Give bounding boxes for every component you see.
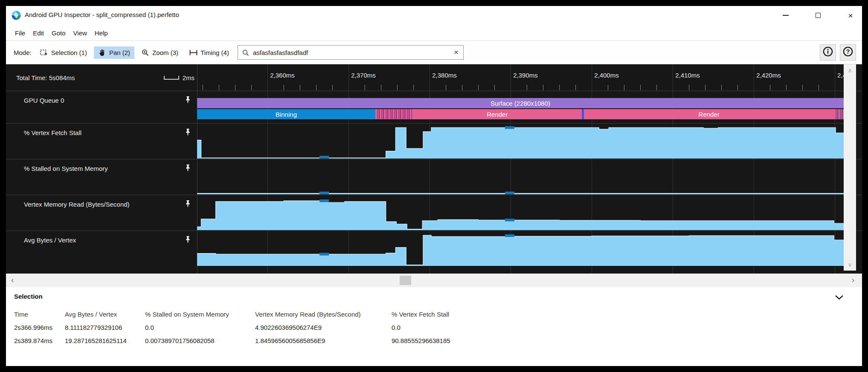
table-cell: 19.287165281625114 (65, 334, 145, 347)
slice-render[interactable]: Render (584, 109, 834, 119)
ruler-minor-tick (689, 85, 689, 90)
maximize-button[interactable] (811, 9, 825, 22)
mode-button-timing[interactable]: Timing (4) (185, 46, 233, 59)
ruler-tick-label: 2,390ms (513, 72, 538, 79)
table-cell: 2s366.996ms (14, 321, 65, 334)
timeline-ruler: Total Time: 5s084ms 2ms 2,360ms2,370ms2,… (6, 64, 862, 91)
mode-button-label: Timing (4) (200, 49, 229, 56)
pin-icon[interactable] (184, 164, 192, 172)
menu-item-edit[interactable]: Edit (29, 28, 48, 38)
horizontal-scrollbar[interactable]: ‹ › (6, 274, 862, 287)
total-time-label: Total Time: 5s084ms (16, 74, 75, 81)
selected-sample-marker[interactable] (505, 126, 514, 129)
ruler-minor-tick (802, 85, 803, 90)
mode-label: Mode: (14, 49, 32, 56)
track-vertex-memory-read-bytes-second: Vertex Memory Read (Bytes/Second) (6, 195, 862, 231)
track-name: GPU Queue 0 (24, 97, 64, 104)
ruler-ticks[interactable]: 2,360ms2,370ms2,380ms2,390ms2,400ms2,410… (197, 64, 844, 91)
ruler-minor-tick (819, 85, 819, 90)
counter-chart[interactable] (197, 231, 844, 266)
selected-sample-marker[interactable] (319, 192, 329, 194)
search-input[interactable] (252, 49, 450, 57)
zoom-icon (141, 49, 149, 56)
help-icon: ? (843, 46, 853, 58)
svg-text:?: ? (846, 49, 850, 55)
column-header: % Vertex Fetch Stall (392, 308, 520, 321)
vertex-memory-read-bytes-second-area-chart[interactable] (197, 196, 844, 230)
ruler-minor-tick (413, 85, 414, 90)
maximize-icon (816, 13, 821, 18)
ruler-tick-label: 2,400ms (594, 72, 619, 79)
counter-chart[interactable] (197, 195, 844, 231)
pin-icon[interactable] (184, 236, 192, 243)
track-label: Vertex Memory Read (Bytes/Second) (6, 195, 197, 231)
pin-icon[interactable] (184, 128, 192, 136)
ruler-tick-label: 2,370ms (351, 72, 376, 79)
scale-label: 2ms (183, 74, 195, 81)
scroll-down-icon[interactable]: ∨ (844, 261, 856, 268)
collapse-chevron-icon[interactable] (835, 294, 844, 302)
ruler-minor-tick (300, 85, 300, 90)
screenshot-frame: Android GPU Inspector - split_compressed… (0, 0, 868, 372)
search-clear-button[interactable]: × (453, 48, 459, 57)
scroll-right-icon[interactable]: › (852, 275, 854, 285)
track-name: % Vertex Fetch Stall (24, 129, 81, 136)
ruler-minor-tick (446, 85, 446, 90)
close-button[interactable]: × (843, 9, 858, 22)
slice-render[interactable]: Render (412, 109, 582, 119)
mode-button-pan[interactable]: Pan (2) (94, 46, 134, 59)
menu-item-help[interactable]: Help (91, 28, 112, 38)
table-cell: 0.007389701756082058 (145, 334, 255, 347)
slice-mixed[interactable] (834, 109, 844, 119)
surface-slice[interactable]: Surface (2280x1080) (197, 98, 844, 108)
menu-item-goto[interactable]: Goto (48, 28, 70, 38)
ruler-minor-tick (656, 85, 657, 90)
mode-button-zoom[interactable]: Zoom (3) (137, 46, 183, 59)
search-box[interactable]: × (238, 45, 464, 60)
track-label: GPU Queue 0 (6, 91, 197, 123)
slice-binning[interactable]: Binning (197, 109, 375, 119)
column-header: Avg Bytes / Vertex (65, 308, 145, 321)
avg-bytes-vertex-area-chart[interactable] (197, 232, 844, 266)
table-cell: 0.0 (145, 321, 255, 334)
mode-button-label: Selection (1) (51, 49, 87, 56)
info-button[interactable] (820, 44, 836, 61)
help-button[interactable]: ? (840, 44, 856, 61)
selected-sample-marker[interactable] (319, 253, 329, 255)
track-name: Vertex Memory Read (Bytes/Second) (24, 201, 130, 208)
menubar: FileEditGotoViewHelp (6, 26, 862, 40)
ruler-minor-tick (478, 85, 479, 90)
slice-row: BinningRenderRender (197, 109, 844, 119)
selected-sample-marker[interactable] (505, 219, 514, 221)
scroll-up-icon[interactable]: ∧ (844, 67, 856, 74)
scroll-left-icon[interactable]: ‹ (11, 275, 14, 285)
counter-chart[interactable] (197, 159, 844, 195)
vertex-fetch-stall-area-chart[interactable] (197, 125, 844, 159)
counter-chart[interactable] (197, 124, 844, 159)
minimize-button[interactable] (778, 9, 793, 22)
selected-sample-marker[interactable] (319, 199, 329, 202)
selected-sample-marker[interactable] (505, 192, 514, 194)
slice-mixed[interactable] (375, 109, 412, 119)
mode-button-selection[interactable]: Selection (1) (36, 46, 91, 59)
track-avg-bytes-vertex: Avg Bytes / Vertex (6, 231, 862, 266)
ruler-minor-tick (640, 85, 641, 90)
scrollbar-thumb[interactable] (400, 276, 411, 285)
track-name: Avg Bytes / Vertex (24, 236, 76, 244)
ruler-minor-tick (527, 85, 527, 90)
menu-item-view[interactable]: View (70, 28, 91, 38)
selected-sample-marker[interactable] (319, 156, 329, 159)
window-controls: × (778, 9, 858, 22)
menu-item-file[interactable]: File (11, 28, 29, 38)
selected-sample-marker[interactable] (505, 234, 514, 237)
vertical-scrollbar[interactable]: ∧ ∨ (844, 64, 856, 271)
ruler-minor-tick (219, 85, 219, 90)
pin-icon[interactable] (184, 96, 192, 104)
ruler-minor-tick (203, 85, 203, 90)
stalled-on-system-memory-area-chart[interactable] (197, 161, 844, 194)
toolbar: Mode: Selection (1)Pan (2)Zoom (3)Timing… (6, 40, 862, 64)
pin-icon[interactable] (184, 200, 192, 208)
track-label: % Stalled on System Memory (6, 159, 197, 195)
ruler-minor-tick (575, 85, 576, 90)
pan-icon (98, 49, 106, 56)
